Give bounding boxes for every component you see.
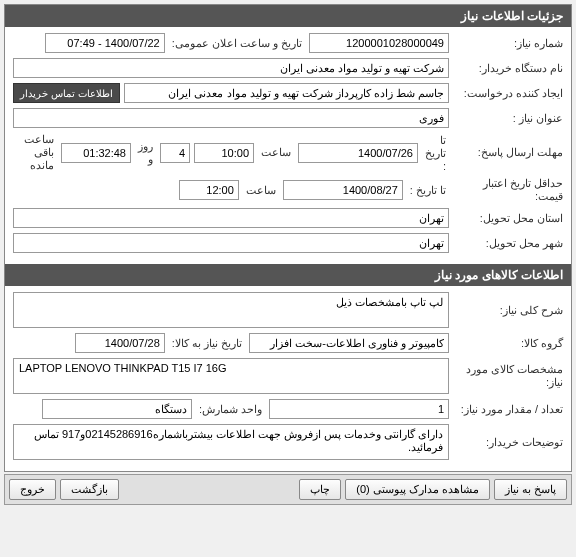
section1-body: شماره نیاز: تاریخ و ساعت اعلان عمومی: نا…: [5, 27, 571, 264]
section1-header: جزئیات اطلاعات نیاز: [5, 5, 571, 27]
print-button[interactable]: چاپ: [299, 479, 341, 500]
quantity-label: تعداد / مقدار مورد نیاز:: [453, 403, 563, 416]
hours-remain-label: ساعت باقی مانده: [13, 133, 57, 172]
city-label: شهر محل تحویل:: [453, 237, 563, 250]
buyer-field[interactable]: [13, 58, 449, 78]
exit-button[interactable]: خروج: [9, 479, 56, 500]
section2-body: شرح کلی نیاز: گروه کالا: تاریخ نیاز به ک…: [5, 286, 571, 471]
time-label-2: ساعت: [243, 184, 279, 197]
creator-field[interactable]: [124, 83, 449, 103]
footer-spacer: [123, 479, 295, 500]
details-window: جزئیات اطلاعات نیاز شماره نیاز: تاریخ و …: [4, 4, 572, 472]
time-label-1: ساعت: [258, 146, 294, 159]
goods-group-label: گروه کالا:: [453, 337, 563, 350]
goods-spec-label: مشخصات کالای مورد نیاز:: [453, 363, 563, 389]
price-valid-date-field[interactable]: [283, 180, 403, 200]
goods-spec-field[interactable]: [13, 358, 449, 394]
need-title-field[interactable]: [13, 108, 449, 128]
quantity-field[interactable]: [269, 399, 449, 419]
to-date-label-2: تا تاریخ :: [407, 184, 449, 197]
city-field[interactable]: [13, 233, 449, 253]
countdown-field[interactable]: [61, 143, 131, 163]
goods-group-field[interactable]: [249, 333, 449, 353]
buyer-notes-field[interactable]: [13, 424, 449, 460]
unit-label: واحد شمارش:: [196, 403, 265, 416]
need-no-label: شماره نیاز:: [453, 37, 563, 50]
unit-field[interactable]: [42, 399, 192, 419]
general-desc-label: شرح کلی نیاز:: [453, 304, 563, 317]
creator-label: ایجاد کننده درخواست:: [453, 87, 563, 100]
need-no-field[interactable]: [309, 33, 449, 53]
section2-header: اطلاعات کالاهای مورد نیاز: [5, 264, 571, 286]
general-desc-field[interactable]: [13, 292, 449, 328]
buyer-label: نام دستگاه خریدار:: [453, 62, 563, 75]
to-date-label-1: تا تاریخ :: [422, 134, 449, 172]
province-label: استان محل تحویل:: [453, 212, 563, 225]
price-valid-label: حداقل تاریخ اعتبار قیمت:: [453, 177, 563, 203]
days-and-label: روز و: [135, 140, 156, 166]
deadline-time-field[interactable]: [194, 143, 254, 163]
need-title-label: عنوان نیاز :: [453, 112, 563, 125]
footer-toolbar: پاسخ به نیاز مشاهده مدارک پیوستی (0) چاپ…: [4, 474, 572, 505]
back-button[interactable]: بازگشت: [60, 479, 119, 500]
announce-field[interactable]: [45, 33, 165, 53]
deadline-label: مهلت ارسال پاسخ:: [453, 146, 563, 159]
need-date-field[interactable]: [75, 333, 165, 353]
view-attachments-button[interactable]: مشاهده مدارک پیوستی (0): [345, 479, 490, 500]
announce-label: تاریخ و ساعت اعلان عمومی:: [169, 37, 305, 50]
reply-button[interactable]: پاسخ به نیاز: [494, 479, 567, 500]
buyer-notes-label: توضیحات خریدار:: [453, 436, 563, 449]
price-valid-time-field[interactable]: [179, 180, 239, 200]
province-field[interactable]: [13, 208, 449, 228]
days-remaining-field[interactable]: [160, 143, 190, 163]
need-date-label: تاریخ نیاز به کالا:: [169, 337, 245, 350]
contact-buyer-button[interactable]: اطلاعات تماس خریدار: [13, 83, 120, 103]
deadline-date-field[interactable]: [298, 143, 418, 163]
